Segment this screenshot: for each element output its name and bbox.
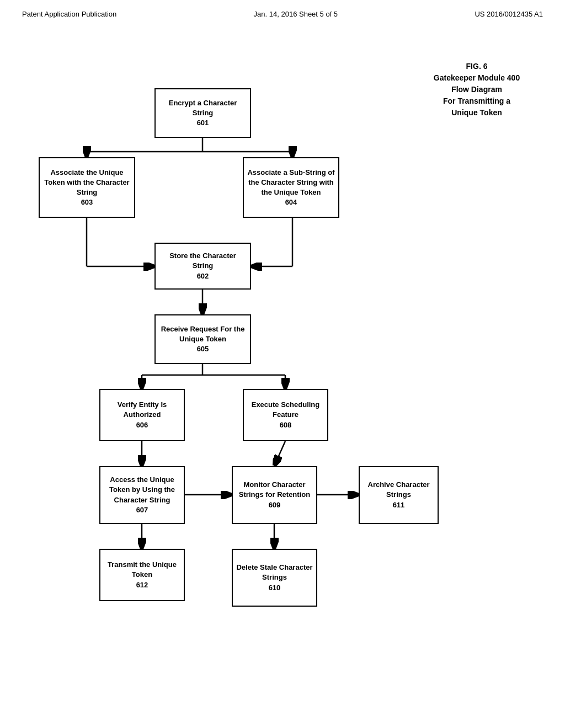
box-612: Transmit the Unique Token612 xyxy=(99,549,185,601)
box-605: Receive Request For the Unique Token605 xyxy=(154,314,251,364)
box-602: Store the Character String602 xyxy=(154,243,251,290)
box-610: Delete Stale Character Strings610 xyxy=(232,549,317,607)
diagram-container: FIG. 6 Gatekeeper Module 400 Flow Diagra… xyxy=(28,55,537,700)
box-601: Encrypt a Character String601 xyxy=(154,88,251,138)
header-left: Patent Application Publication xyxy=(22,10,116,18)
box-606: Verify Entity Is Authorized606 xyxy=(99,389,185,441)
box-611: Archive Character Strings611 xyxy=(359,466,439,524)
header-middle: Jan. 14, 2016 Sheet 5 of 5 xyxy=(254,10,338,18)
figure-title: FIG. 6 Gatekeeper Module 400 Flow Diagra… xyxy=(422,61,532,119)
fig-title-line4: For Transmitting a xyxy=(422,95,532,107)
box-609: Monitor Character Strings for Retention6… xyxy=(232,466,317,524)
svg-line-17 xyxy=(274,441,285,466)
box-604: Associate a Sub-String of the Character … xyxy=(243,157,339,218)
header-right: US 2016/0012435 A1 xyxy=(475,10,543,18)
box-607: Access the Unique Token by Using the Cha… xyxy=(99,466,185,524)
fig-title-line5: Unique Token xyxy=(422,107,532,119)
page-header: Patent Application Publication Jan. 14, … xyxy=(0,0,565,24)
box-603: Associate the Unique Token with the Char… xyxy=(39,157,135,218)
fig-title-line2: Gatekeeper Module 400 xyxy=(422,72,532,84)
fig-title-line3: Flow Diagram xyxy=(422,84,532,95)
box-608: Execute Scheduling Feature608 xyxy=(243,389,328,441)
fig-title-line1: FIG. 6 xyxy=(422,61,532,72)
